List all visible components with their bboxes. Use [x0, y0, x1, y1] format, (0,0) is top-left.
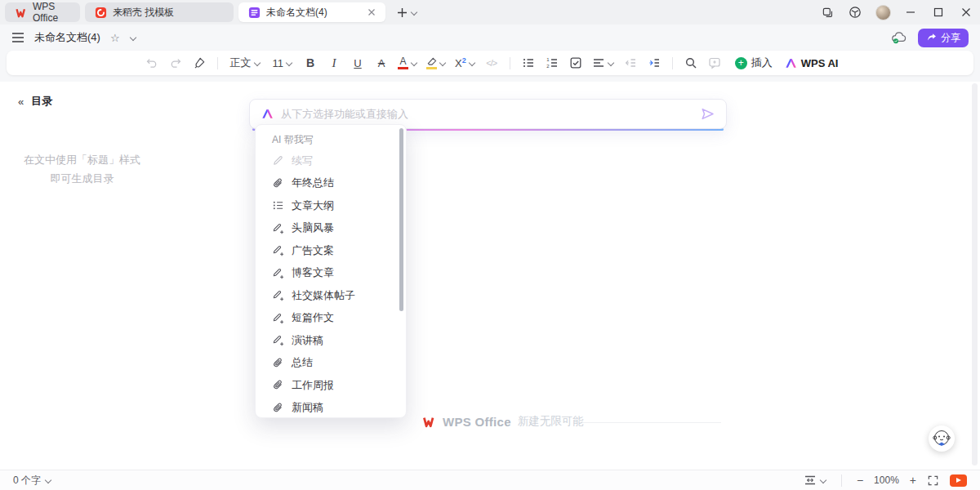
- tab-list-chevron-icon[interactable]: [411, 9, 417, 16]
- underline-button[interactable]: U: [348, 53, 368, 73]
- wps-ai-logo-icon: [785, 57, 797, 69]
- page-watermark: WPS Office 新建无限可能: [421, 414, 584, 429]
- pen-plus-icon: [272, 289, 284, 301]
- code-format-button[interactable]: </>: [482, 53, 501, 73]
- share-button[interactable]: 分享: [918, 29, 969, 47]
- numbered-list-icon[interactable]: 12: [542, 53, 562, 73]
- search-icon[interactable]: [681, 53, 701, 73]
- zoom-in-button[interactable]: +: [910, 474, 916, 487]
- app-center-icon[interactable]: [841, 0, 869, 24]
- bullet-list-icon[interactable]: [519, 53, 538, 73]
- bold-button[interactable]: B: [301, 53, 320, 73]
- alignment-button[interactable]: [590, 53, 617, 73]
- pen-plus-icon: [272, 312, 284, 324]
- fit-width-control[interactable]: [804, 474, 826, 486]
- status-bar: 0 个字 − 100% +: [0, 470, 980, 490]
- dropdown-scrollbar[interactable]: [399, 128, 403, 311]
- menu-item-weekly-work-report[interactable]: 工作周报: [256, 374, 406, 397]
- menu-item-ad-copy[interactable]: 广告文案: [256, 239, 406, 262]
- menu-item-article-outline[interactable]: 文章大纲: [256, 194, 406, 217]
- close-button[interactable]: [952, 0, 980, 24]
- wps-ai-logo-icon: [261, 108, 274, 120]
- wps-writer-window: WPS Office 来稻壳 找模板 未命名文档(4): [0, 0, 980, 490]
- document-scrollbar[interactable]: [972, 83, 978, 466]
- cloud-saved-icon[interactable]: [891, 31, 906, 44]
- chevron-down-icon: [820, 477, 826, 483]
- tab-label: 来稻壳 找模板: [113, 6, 174, 20]
- video-tutorial-button[interactable]: [950, 474, 967, 487]
- toc-collapse-icon[interactable]: «: [18, 96, 24, 108]
- font-size-select[interactable]: 11: [269, 53, 297, 73]
- increase-indent-icon[interactable]: [644, 53, 664, 73]
- word-count: 0 个字: [13, 474, 41, 488]
- maximize-button[interactable]: [924, 0, 952, 24]
- user-avatar[interactable]: [869, 0, 897, 24]
- zoom-level[interactable]: 100%: [874, 474, 899, 486]
- pen-plus-icon: [272, 267, 284, 279]
- menu-item-brainstorm[interactable]: 头脑风暴: [256, 217, 406, 240]
- new-tab-button[interactable]: [397, 7, 408, 18]
- docer-icon: [95, 7, 107, 19]
- send-icon[interactable]: [701, 108, 715, 120]
- tab-docer-templates[interactable]: 来稻壳 找模板: [85, 2, 234, 22]
- fullscreen-icon[interactable]: [927, 474, 939, 487]
- tab-bar: WPS Office 来稻壳 找模板 未命名文档(4): [0, 0, 980, 24]
- comment-icon[interactable]: [705, 53, 724, 73]
- watermark-slogan: 新建无限可能: [518, 414, 584, 429]
- superscript-button[interactable]: X2: [452, 53, 478, 73]
- menu-item-blog-post[interactable]: 博客文章: [256, 262, 406, 285]
- wps-ai-button[interactable]: WPS AI: [785, 57, 839, 69]
- task-list-icon[interactable]: [566, 53, 586, 73]
- title-menu-chevron-icon[interactable]: [130, 34, 136, 41]
- favorite-star-icon[interactable]: ☆: [110, 32, 120, 44]
- paperclip-icon: [272, 177, 284, 189]
- pen-plus-icon: [272, 244, 284, 256]
- plus-icon: +: [735, 57, 747, 69]
- paperclip-icon: [272, 402, 284, 414]
- undo-icon[interactable]: [142, 53, 162, 73]
- chevron-down-icon: [439, 60, 446, 66]
- menu-item-speech[interactable]: 演讲稿: [256, 329, 406, 352]
- insert-button[interactable]: + 插入: [735, 56, 773, 70]
- svg-text:2: 2: [546, 64, 550, 69]
- boards-icon[interactable]: [813, 0, 841, 24]
- main-menu-icon[interactable]: [11, 32, 24, 43]
- word-count-control[interactable]: 0 个字: [13, 474, 51, 488]
- window-controls: [813, 0, 980, 24]
- ai-write-menu: AI 帮我写 续写 年终总结 文章大纲 头脑风暴 广告文案: [255, 124, 407, 418]
- strikethrough-button[interactable]: A: [372, 53, 391, 73]
- redo-icon[interactable]: [166, 53, 185, 73]
- menu-item-summary[interactable]: 总结: [256, 352, 406, 375]
- tab-untitled-document[interactable]: 未命名文档(4): [238, 2, 385, 22]
- paragraph-style-select[interactable]: 正文: [226, 53, 265, 73]
- ai-prompt-input[interactable]: [281, 108, 693, 120]
- paperclip-icon: [272, 357, 284, 369]
- minimize-button[interactable]: [897, 0, 924, 24]
- tab-close-icon[interactable]: [368, 8, 376, 16]
- font-color-button[interactable]: A: [395, 53, 420, 73]
- menu-item-year-end-summary[interactable]: 年终总结: [256, 172, 406, 195]
- chevron-down-icon: [45, 477, 51, 483]
- tab-wps-office[interactable]: WPS Office: [5, 2, 80, 22]
- tab-label: WPS Office: [33, 1, 70, 24]
- menu-item-social-media-post[interactable]: 社交媒体帖子: [256, 284, 406, 307]
- assistant-mascot-icon[interactable]: [929, 425, 955, 452]
- formatting-toolbar: 正文 11 B I U A A X2: [7, 51, 973, 75]
- tab-label: 未命名文档(4): [266, 6, 327, 20]
- format-painter-icon[interactable]: [189, 53, 209, 73]
- highlight-button[interactable]: [424, 53, 448, 73]
- document-title: 未命名文档(4): [34, 30, 100, 45]
- highlight-color-swatch: [426, 67, 437, 69]
- chevron-down-icon: [608, 60, 614, 66]
- menu-item-continue-writing[interactable]: 续写: [256, 149, 406, 172]
- menu-item-short-essay[interactable]: 短篇作文: [256, 307, 406, 330]
- title-row: 未命名文档(4) ☆ 分享: [0, 24, 980, 51]
- paperclip-icon: [272, 379, 284, 391]
- zoom-out-button[interactable]: −: [857, 474, 863, 487]
- share-label: 分享: [941, 31, 960, 45]
- italic-button[interactable]: I: [324, 53, 344, 73]
- menu-item-press-release[interactable]: 新闻稿: [256, 397, 406, 419]
- decrease-indent-icon[interactable]: [621, 53, 640, 73]
- document-area: « 目录 在文中使用「标题」样式 即可生成目录 AI 帮我写: [0, 82, 980, 470]
- toc-empty-hint: 在文中使用「标题」样式 即可生成目录: [15, 150, 149, 188]
